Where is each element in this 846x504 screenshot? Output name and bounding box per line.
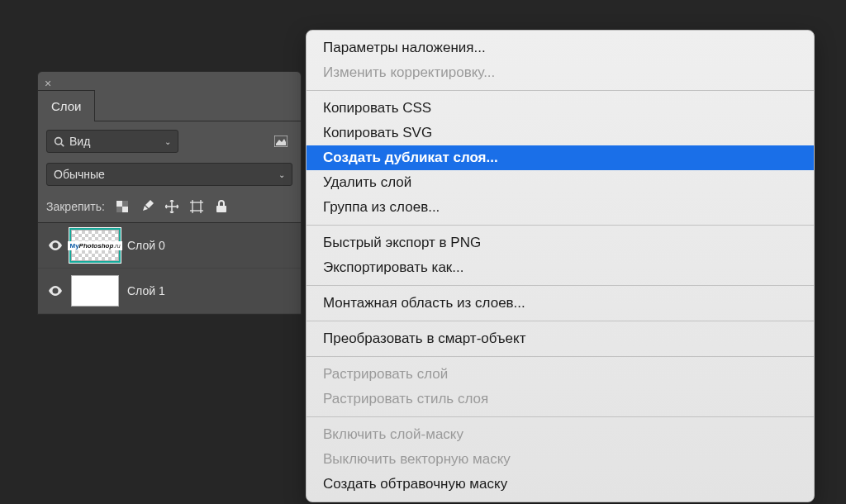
thumbnail-logo: MyPhotoshop.ru [68, 241, 121, 250]
menu-item: Выключить векторную маску [307, 447, 814, 472]
menu-separator [307, 90, 814, 91]
panel-tabs: Слои [38, 72, 301, 121]
menu-item[interactable]: Копировать CSS [307, 96, 814, 121]
lock-pixels-icon[interactable] [140, 199, 154, 214]
svg-rect-18 [216, 206, 226, 212]
layers-list: MyPhotoshop.ru Слой 0 Слой 1 [38, 222, 301, 314]
svg-point-19 [54, 244, 56, 246]
menu-item[interactable]: Копировать SVG [307, 121, 814, 145]
visibility-icon[interactable] [48, 240, 63, 250]
menu-item: Растрировать стиль слоя [307, 387, 814, 411]
menu-separator [307, 321, 814, 321]
menu-separator [307, 285, 814, 286]
close-icon[interactable]: × [45, 77, 51, 90]
blend-mode-row: Обычные ⌄ [38, 159, 301, 193]
svg-rect-3 [116, 201, 122, 207]
layer-filter-row: Вид ⌄ [38, 121, 301, 159]
menu-item[interactable]: Преобразовать в смарт-объект [307, 326, 814, 351]
layer-thumbnail[interactable]: MyPhotoshop.ru [71, 230, 119, 261]
filter-pixel-icon[interactable] [273, 134, 289, 149]
filter-kind-label: Вид [69, 135, 90, 148]
svg-point-0 [55, 137, 62, 144]
search-icon [54, 136, 64, 147]
tab-layers[interactable]: Слои [38, 90, 95, 121]
layers-panel: × Слои Вид ⌄ Обычные ⌄ [37, 71, 302, 315]
menu-separator [307, 225, 814, 226]
layer-row[interactable]: MyPhotoshop.ru Слой 0 [38, 223, 301, 269]
menu-item: Включить слой-маску [307, 422, 814, 447]
blend-mode-label: Обычные [54, 168, 105, 181]
menu-item[interactable]: Монтажная область из слоев... [307, 291, 814, 316]
menu-item[interactable]: Создать обтравочную маску [307, 472, 814, 497]
lock-artboard-icon[interactable] [189, 199, 204, 214]
lock-row: Закрепить: [38, 193, 301, 222]
menu-item[interactable]: Параметры наложения... [307, 36, 814, 60]
visibility-icon[interactable] [48, 286, 63, 296]
context-menu: Параметры наложения...Изменить корректир… [306, 30, 815, 502]
lock-position-icon[interactable] [164, 199, 179, 214]
menu-item[interactable]: Группа из слоев... [307, 195, 814, 220]
menu-separator [307, 416, 814, 417]
layer-thumbnail[interactable] [71, 275, 119, 307]
svg-rect-4 [122, 207, 128, 212]
menu-item[interactable]: Быстрый экспорт в PNG [307, 231, 814, 255]
layer-name[interactable]: Слой 1 [127, 284, 165, 297]
menu-separator [307, 356, 814, 357]
menu-item[interactable]: Создать дубликат слоя... [307, 145, 814, 170]
svg-rect-5 [122, 201, 128, 207]
svg-line-1 [61, 143, 64, 145]
blend-mode-select[interactable]: Обычные ⌄ [46, 163, 292, 186]
menu-item[interactable]: Удалить слой [307, 170, 814, 195]
svg-point-20 [54, 289, 56, 292]
menu-item: Изменить корректировку... [307, 60, 814, 85]
layer-row[interactable]: Слой 1 [38, 269, 301, 314]
lock-all-icon[interactable] [214, 199, 229, 214]
svg-rect-9 [192, 202, 201, 211]
lock-label: Закрепить: [46, 200, 105, 213]
layer-name[interactable]: Слой 0 [127, 239, 165, 252]
chevron-down-icon: ⌄ [164, 137, 171, 146]
menu-item[interactable]: Экспортировать как... [307, 255, 814, 280]
chevron-down-icon: ⌄ [278, 170, 285, 179]
svg-rect-6 [116, 207, 122, 212]
menu-item: Растрировать слой [307, 362, 814, 387]
lock-transparency-icon[interactable] [115, 199, 130, 214]
filter-kind-select[interactable]: Вид ⌄ [46, 130, 178, 153]
